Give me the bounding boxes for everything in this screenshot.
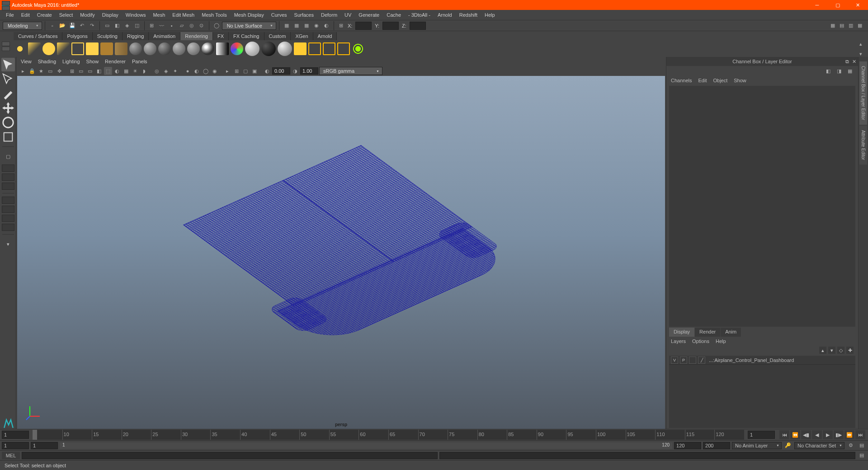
range-start-field[interactable]: 1 [31, 442, 58, 449]
menu-mesh-display[interactable]: Mesh Display [231, 11, 267, 19]
current-frame-field-right[interactable]: 1 [748, 431, 775, 439]
modeling-toolkit-icon[interactable]: ▦ [828, 21, 837, 30]
layout-opt4-icon[interactable] [2, 224, 14, 231]
select-hier-icon[interactable]: ◧ [113, 21, 122, 30]
phong-material-icon[interactable] [158, 42, 171, 55]
channel-box-body[interactable] [669, 86, 855, 327]
open-scene-icon[interactable]: 📂 [58, 21, 67, 30]
layer-tab-render[interactable]: Render [695, 328, 720, 337]
xray-joints-icon[interactable]: ✦ [171, 67, 179, 75]
shelf-curves[interactable]: Curves / Surfaces [14, 32, 62, 40]
material-attributes-icon[interactable] [278, 42, 292, 56]
z-field[interactable] [410, 22, 426, 30]
menu-deform[interactable]: Deform [318, 11, 340, 19]
menu-file[interactable]: File [3, 11, 17, 19]
command-input[interactable] [22, 452, 438, 459]
ao-icon[interactable]: ● [184, 67, 192, 75]
new-scene-icon[interactable]: ▫ [48, 21, 57, 30]
redo-icon[interactable]: ↷ [88, 21, 97, 30]
shelf-animation[interactable]: Animation [149, 32, 180, 40]
shaded-icon[interactable]: ◐ [113, 67, 121, 75]
minimize-button[interactable]: ─ [807, 0, 827, 10]
layer-new-empty-icon[interactable]: ◇ [837, 347, 844, 354]
film-gate-icon[interactable]: ▭ [77, 67, 85, 75]
texture-editor-icon[interactable] [308, 42, 321, 55]
time-cursor[interactable] [33, 430, 37, 440]
channel-box-icon[interactable]: ▦ [855, 21, 864, 30]
live-surface-icon[interactable]: ◯ [212, 21, 221, 30]
panel-popout-icon[interactable]: ⧉ [845, 59, 849, 65]
menu-create[interactable]: Create [34, 11, 55, 19]
cb-object[interactable]: Object [713, 78, 727, 83]
script-lang-button[interactable]: MEL [2, 452, 20, 459]
ambient-light-icon[interactable] [71, 42, 84, 55]
shelf-custom[interactable]: Custom [264, 32, 291, 40]
cb-icon1[interactable]: ◧ [824, 66, 833, 75]
menu-uv[interactable]: UV [341, 11, 354, 19]
layered-shader-icon[interactable] [231, 42, 243, 55]
cb-channels[interactable]: Channels [671, 78, 692, 83]
render-node2-icon[interactable] [115, 42, 127, 55]
snap-point-icon[interactable]: • [167, 21, 176, 30]
maximize-button[interactable]: ▢ [827, 0, 848, 10]
shelf-toggle-icon[interactable] [2, 1, 10, 10]
surface-shader-icon[interactable] [202, 42, 214, 55]
point-light-icon[interactable] [42, 42, 55, 55]
cam-select-icon[interactable]: ▸ [19, 67, 27, 75]
menu-display[interactable]: Display [99, 11, 122, 19]
menu-set-dropdown[interactable]: Modeling [3, 22, 42, 30]
panel-lighting[interactable]: Lighting [62, 59, 80, 64]
script-editor-icon[interactable]: ▤ [857, 451, 866, 460]
menu-cache[interactable]: Cache [383, 11, 404, 19]
menu-windows[interactable]: Windows [123, 11, 149, 19]
scale-tool[interactable] [1, 130, 15, 144]
range-end-field[interactable]: 120 [674, 442, 701, 449]
layout-single-icon[interactable]: ▢ [1, 150, 15, 163]
shelf-xgen[interactable]: XGen [291, 32, 313, 40]
move-tool[interactable] [1, 101, 15, 115]
anim-layer-dropdown[interactable]: No Anim Layer [732, 442, 782, 449]
cam-lock-icon[interactable]: 🔒 [28, 67, 36, 75]
gamma2-icon[interactable]: ◑ [291, 67, 299, 75]
3d-paint-icon[interactable] [294, 42, 307, 55]
x-field[interactable] [355, 22, 372, 30]
menu-generate[interactable]: Generate [355, 11, 382, 19]
menu-help[interactable]: Help [481, 11, 498, 19]
tab-channel-box[interactable]: Channel Box / Layer Editor [859, 61, 867, 125]
menu-mesh-tools[interactable]: Mesh Tools [198, 11, 230, 19]
render-globals-icon[interactable]: ◐ [322, 21, 331, 30]
motion-blur-icon[interactable]: ◐ [193, 67, 201, 75]
layer-move-up-icon[interactable]: ▴ [819, 347, 826, 354]
go-end-icon[interactable]: ⏭ [855, 430, 865, 439]
shelf-polygons[interactable]: Polygons [62, 32, 92, 40]
layers-help[interactable]: Help [716, 338, 726, 344]
isolate-icon[interactable]: ◎ [153, 67, 161, 75]
expose-icon[interactable]: ▸ [223, 67, 231, 75]
menu-arnold[interactable]: Arnold [434, 11, 455, 19]
grid-icon[interactable]: ⊞ [68, 67, 76, 75]
blinn-material-icon[interactable] [129, 42, 142, 55]
rotate-tool[interactable] [1, 116, 15, 129]
hypershade-icon[interactable] [337, 42, 350, 55]
playback-prefs-icon[interactable]: ⚙ [846, 441, 855, 450]
layout-opt2-icon[interactable] [2, 206, 14, 213]
exposure-field[interactable]: 0.00 [272, 67, 290, 75]
panel-view[interactable]: View [21, 59, 32, 64]
render-view-icon[interactable]: ◉ [312, 21, 321, 30]
gamma-field[interactable]: 1.00 [300, 67, 318, 75]
dof-icon[interactable]: ◉ [211, 67, 219, 75]
anisotropic-material-icon[interactable] [187, 42, 200, 55]
spot-light-icon[interactable] [28, 42, 41, 55]
snap1-icon[interactable]: ⊞ [232, 67, 241, 75]
panel-show[interactable]: Show [86, 59, 99, 64]
menu-select[interactable]: Select [56, 11, 76, 19]
range-start-min-field[interactable]: 1 [2, 442, 29, 449]
aa-icon[interactable]: ◯ [202, 67, 210, 75]
assign-existing-material-icon[interactable] [261, 42, 276, 56]
ramp-shader-icon[interactable] [216, 42, 229, 55]
gate-mask-icon[interactable]: ◧ [95, 67, 103, 75]
attribute-editor-icon[interactable]: ▤ [837, 21, 846, 30]
layer-tab-anim[interactable]: Anim [721, 328, 741, 337]
render-frame-icon[interactable]: ▦ [282, 21, 291, 30]
lights-icon[interactable]: ☀ [131, 67, 139, 75]
